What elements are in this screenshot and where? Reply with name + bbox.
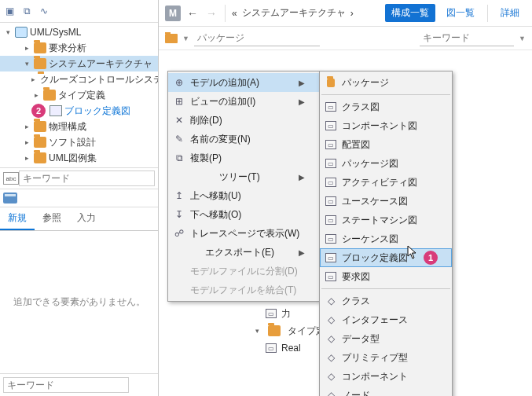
menu-item[interactable]: ▭要求図 [320, 267, 452, 286]
menu-item[interactable]: ▭ステートマシン図 [320, 211, 452, 229]
diag-icon: ▭ [325, 157, 337, 170]
menu-label: 下へ移動(O) [190, 208, 241, 222]
tree-row[interactable]: 2ブロック定義図 [0, 103, 158, 119]
breadcrumb[interactable]: システムアーキテクチャ [242, 6, 346, 20]
tree-label: ソフト設計 [49, 136, 96, 149]
tab-ref[interactable]: 参照 [35, 207, 69, 230]
figure-list-button[interactable]: 図一覧 [440, 4, 481, 22]
expand-icon[interactable]: ▸ [31, 75, 35, 83]
expand-icon[interactable]: ▸ [31, 91, 41, 99]
tree-row[interactable]: ▸ソフト設計 [0, 134, 158, 150]
cursor-icon [407, 245, 418, 259]
tool-icon-2[interactable]: ⧉ [20, 5, 33, 17]
menu-separator [321, 94, 450, 95]
forward-button[interactable]: → [204, 6, 218, 20]
menu-label: ブロック定義図 [342, 251, 408, 265]
expand-icon[interactable]: ▸ [22, 154, 31, 162]
package-filter-input[interactable] [194, 31, 320, 46]
palette-tabs: 新規 参照 入力 [0, 207, 158, 231]
top-bar: M ← → « システムアーキテクチャ › 構成一覧 図一覧 詳細 [159, 0, 532, 27]
menu-item[interactable]: ▭シーケンス図 [320, 229, 452, 248]
menu-item[interactable]: ↧下へ移動(O) [168, 205, 319, 224]
tree-filter-input[interactable] [19, 170, 155, 186]
tree-row[interactable]: ▸UML図例集 [0, 150, 158, 166]
menu-item[interactable]: ◇クラス [320, 292, 452, 310]
expand-icon[interactable]: ▸ [22, 44, 31, 52]
menu-item[interactable]: ▭配置図 [320, 135, 452, 154]
expand-icon[interactable]: ▾ [253, 327, 261, 335]
menu-item[interactable]: ⊕モデルの追加(A)▶ [168, 73, 319, 92]
tree-row[interactable]: ▸要求分析 [0, 40, 158, 56]
menu-item[interactable]: ▭ブロック定義図1 [320, 248, 452, 267]
separator [487, 5, 488, 22]
keyword-icon: abc [3, 172, 19, 185]
folder-icon [34, 137, 46, 148]
menu-label: ノード [342, 389, 370, 397]
expand-icon[interactable]: ▸ [22, 138, 31, 146]
dot-icon: ◇ [325, 389, 337, 396]
detail-button[interactable]: 詳細 [494, 4, 526, 22]
filter-bar: ▼ ▼ [159, 27, 532, 50]
tool-icon-3[interactable]: ∿ [38, 5, 50, 17]
tree-row[interactable]: ▾システムアーキテクチャ [0, 56, 158, 72]
tool-icon-1[interactable]: ▣ [3, 5, 16, 17]
menu-label: ビューの追加(I) [190, 95, 255, 108]
expand-icon[interactable]: ▾ [22, 60, 31, 68]
back-button[interactable]: ← [185, 6, 200, 20]
palette-icon[interactable] [3, 192, 17, 204]
menu-label: プリミティブ型 [342, 351, 408, 365]
tab-new[interactable]: 新規 [0, 207, 35, 230]
menu-item[interactable]: ▭クラス図 [320, 97, 452, 116]
tree-row[interactable]: ▸物理構成 [0, 119, 158, 134]
menu-item[interactable]: ◇プリミティブ型 [320, 348, 452, 367]
separator [225, 5, 226, 22]
expand-icon[interactable]: ▾ [3, 28, 13, 36]
menu-item[interactable]: ◇ノード [320, 386, 452, 396]
tree-row[interactable]: ▸クルーズコントロールシステム [0, 72, 158, 87]
menu-item[interactable]: パッケージ [320, 73, 452, 92]
blank-icon [173, 246, 185, 258]
structure-list-button[interactable]: 構成一覧 [385, 4, 435, 22]
menu-label: コンポーネント [342, 370, 408, 383]
menu-item[interactable]: ▭ユースケース図 [320, 192, 452, 211]
model-tree: ▾ UML/SysML ▸要求分析▾システムアーキテクチャ▸クルーズコントロール… [0, 22, 158, 168]
left-pane: ▣ ⧉ ∿ ▾ UML/SysML ▸要求分析▾システムアーキテクチャ▸クルーズ… [0, 0, 159, 396]
submenu-arrow-icon: ▶ [299, 248, 305, 257]
bottom-filter-input[interactable] [3, 377, 129, 393]
menu-item[interactable]: ▭コンポーネント図 [320, 116, 452, 135]
palette-body: 追加できる要素がありません。 [0, 231, 158, 373]
step-badge: 1 [424, 251, 438, 265]
chevron-down-icon[interactable]: ▼ [519, 35, 526, 42]
menu-item[interactable]: ◇データ型 [320, 329, 452, 348]
tab-input[interactable]: 入力 [69, 207, 104, 230]
tree-label: システムアーキテクチャ [49, 57, 152, 71]
menu-item[interactable]: ✎名前の変更(N) [168, 130, 319, 148]
menu-label: クラス [342, 295, 370, 308]
keyword-filter-input[interactable] [420, 31, 514, 46]
menu-item[interactable]: ☍トレースページで表示(W) [168, 224, 319, 243]
menu-item[interactable]: ▭アクティビティ図 [320, 173, 452, 192]
menu-item[interactable]: ✕削除(D) [168, 111, 319, 130]
menu-item[interactable]: ツリー(T)▶ [168, 167, 319, 186]
folder-icon [34, 42, 46, 53]
menu-item[interactable]: ⧉複製(P) [168, 148, 319, 167]
diag-icon: ▭ [325, 270, 337, 283]
expand-icon[interactable]: ▸ [22, 123, 31, 130]
diag-icon: ▭ [325, 138, 337, 151]
menu-item[interactable]: ◇インタフェース [320, 310, 452, 329]
tree-root[interactable]: ▾ UML/SysML [0, 24, 158, 40]
menu-item[interactable]: ↥上へ移動(U) [168, 186, 319, 205]
context-menu[interactable]: ⊕モデルの追加(A)▶⊞ビューの追加(I)▶✕削除(D)✎名前の変更(N)⧉複製… [167, 71, 320, 302]
diag-icon: ▭ [325, 195, 337, 207]
tree-row[interactable]: ▸タイプ定義 [0, 87, 158, 103]
dot-icon: ◇ [325, 332, 337, 345]
chevron-down-icon[interactable]: ▼ [182, 35, 189, 42]
dot-icon: ◇ [325, 314, 337, 326]
submenu-add-model[interactable]: パッケージ▭クラス図▭コンポーネント図▭配置図▭パッケージ図▭アクティビティ図▭… [319, 71, 453, 396]
down-icon: ↧ [173, 208, 185, 221]
menu-item[interactable]: ⊞ビューの追加(I)▶ [168, 92, 319, 111]
menu-item[interactable]: ◇コンポーネント [320, 367, 452, 386]
menu-item[interactable]: エクスポート(E)▶ [168, 243, 319, 262]
menu-item[interactable]: ▭パッケージ図 [320, 154, 452, 173]
blank-icon [173, 284, 185, 296]
